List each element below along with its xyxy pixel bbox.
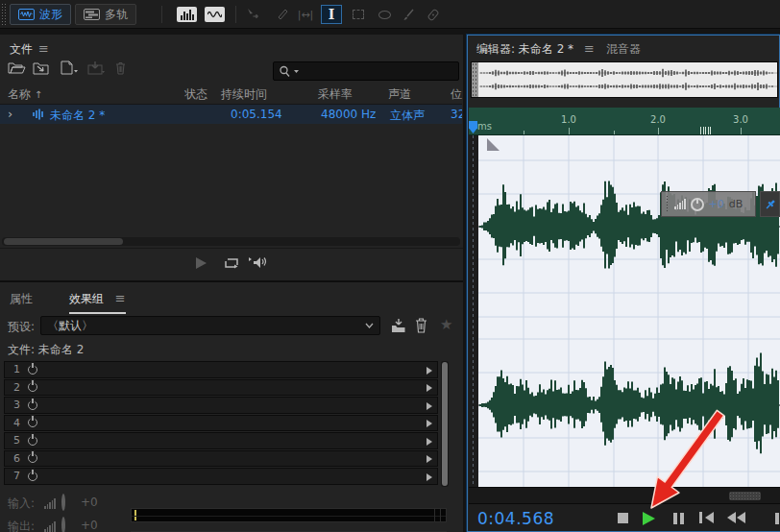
effect-slot-row[interactable]: 3 — [4, 397, 438, 414]
skip-to-start-button[interactable] — [699, 512, 714, 523]
scrollbar-thumb[interactable] — [729, 492, 761, 500]
import-file-icon[interactable] — [33, 60, 51, 75]
preset-label: 预设: — [8, 319, 35, 335]
row-expand-icon[interactable]: › — [8, 107, 12, 121]
move-tool-icon[interactable] — [242, 5, 263, 24]
time-selection-range-icon[interactable]: |↔| — [295, 5, 316, 24]
scrollbar-thumb[interactable] — [4, 238, 123, 245]
delete-file-icon[interactable] — [113, 60, 128, 75]
playhead-line[interactable] — [473, 135, 474, 487]
tab-properties[interactable]: 属性 — [10, 291, 33, 307]
paintbrush-icon[interactable] — [398, 5, 419, 24]
time-selection-ibeam-icon[interactable]: I — [321, 5, 342, 24]
effect-slot-arrow-icon[interactable] — [427, 384, 432, 392]
waveform-display-icon[interactable] — [205, 7, 225, 22]
play-button[interactable] — [643, 512, 655, 525]
effect-power-icon[interactable] — [28, 365, 37, 375]
slip-tool-icon[interactable] — [272, 5, 293, 24]
files-panel-menu-icon[interactable]: ≡ — [38, 41, 49, 56]
lasso-selection-icon[interactable] — [374, 5, 395, 24]
new-file-icon[interactable] — [60, 60, 79, 75]
timeline-ruler[interactable]: ms 1.02.03.0 — [469, 108, 780, 135]
save-preset-icon[interactable] — [390, 318, 408, 333]
effect-power-icon[interactable] — [28, 436, 37, 446]
effect-slot-row[interactable]: 4 — [4, 415, 438, 432]
scrollbar-thumb[interactable] — [442, 362, 448, 486]
overview-waveform — [472, 62, 777, 97]
favorite-star-icon[interactable]: ★ — [440, 316, 452, 333]
hud-level-icon — [674, 199, 686, 209]
effect-slot-arrow-icon[interactable] — [427, 473, 432, 481]
file-bit-depth: 32 — [451, 108, 462, 121]
volume-hud[interactable]: +0 dB — [661, 191, 756, 217]
effect-slot-list: 1234567 — [4, 361, 438, 486]
effect-slot-arrow-icon[interactable] — [427, 455, 432, 463]
tab-effects-rack[interactable]: 效果组 ≡ — [69, 291, 126, 314]
effects-vertical-scrollbar[interactable] — [441, 361, 449, 487]
playhead-marker[interactable] — [469, 121, 477, 133]
effect-slot-row[interactable]: 2 — [4, 379, 438, 397]
column-duration[interactable]: 持续时间 — [221, 86, 267, 103]
effect-slot-row[interactable]: 5 — [4, 432, 438, 449]
file-row[interactable]: › 未命名 2 * 0:05.154 48000 Hz 立体声 32 — [0, 105, 462, 124]
column-sample-rate[interactable]: 采样率 — [318, 86, 353, 103]
files-tab[interactable]: 文件 — [10, 41, 33, 58]
file-name: 未命名 2 * — [50, 108, 105, 124]
effect-slot-row[interactable]: 7 — [4, 468, 438, 485]
overview-handle[interactable] — [472, 62, 478, 97]
spectral-frequency-display-icon[interactable] — [177, 7, 197, 22]
effect-slot-arrow-icon[interactable] — [427, 420, 432, 427]
effect-slot-number: 3 — [11, 399, 20, 411]
save-file-icon[interactable] — [86, 60, 106, 75]
auto-play-speaker-icon[interactable] — [248, 254, 267, 271]
waveform-display[interactable]: +0 dB — [469, 135, 780, 487]
marquee-selection-icon[interactable] — [348, 5, 369, 24]
output-level-icon — [44, 521, 56, 532]
column-status[interactable]: 状态 — [184, 86, 207, 103]
output-gain-knob[interactable] — [61, 517, 65, 532]
editor-horizontal-scrollbar[interactable] — [469, 487, 780, 503]
editor-panel-menu-icon[interactable]: ≡ — [584, 41, 595, 56]
effect-slot-row[interactable]: 1 — [4, 361, 438, 378]
delete-preset-icon[interactable] — [414, 317, 428, 333]
rack-file-label: 文件: 未命名 2 — [8, 342, 84, 358]
preview-play-icon[interactable] — [196, 257, 207, 269]
effect-slot-arrow-icon[interactable] — [427, 438, 432, 446]
pause-button[interactable] — [673, 513, 687, 524]
time-display[interactable]: 0:04.568 — [477, 509, 554, 528]
hud-grip[interactable] — [666, 195, 670, 213]
stop-button[interactable] — [618, 513, 628, 523]
waveform-view-button[interactable]: 波形 — [10, 4, 71, 25]
effect-power-icon[interactable] — [28, 472, 37, 481]
rewind-button[interactable] — [727, 512, 745, 523]
files-horizontal-scrollbar[interactable] — [2, 237, 460, 246]
output-row: 输出: +0 — [0, 516, 463, 532]
ruler-cluster-tick — [700, 127, 701, 134]
toolbar-grip[interactable] — [1, 3, 6, 26]
search-input[interactable] — [273, 61, 459, 81]
loop-playback-icon[interactable] — [223, 255, 240, 271]
spot-healing-brush-icon[interactable] — [423, 5, 444, 24]
effect-power-icon[interactable] — [28, 453, 37, 463]
effect-slot-row[interactable]: 6 — [4, 450, 438, 468]
fast-forward-button[interactable] — [775, 513, 780, 524]
effects-panel-menu-icon[interactable]: ≡ — [115, 291, 126, 305]
effect-power-icon[interactable] — [28, 382, 37, 392]
effect-power-icon[interactable] — [28, 400, 37, 410]
effect-power-icon[interactable] — [28, 418, 37, 427]
column-name[interactable]: 名称 ↑ — [8, 86, 42, 103]
effect-slot-number: 7 — [11, 470, 20, 482]
hud-pin-button[interactable] — [760, 191, 780, 217]
effect-slot-arrow-icon[interactable] — [427, 402, 432, 410]
preset-dropdown[interactable]: 〈默认〉 — [40, 316, 380, 335]
multitrack-view-button[interactable]: 多轨 — [75, 4, 136, 25]
input-gain-knob[interactable] — [61, 494, 65, 511]
tab-mixer[interactable]: 混音器 — [606, 41, 641, 58]
effect-slot-arrow-icon[interactable] — [427, 367, 432, 375]
open-file-icon[interactable] — [8, 60, 26, 75]
overview-strip[interactable] — [471, 61, 778, 98]
file-channels: 立体声 — [390, 108, 425, 124]
column-channels[interactable]: 声道 — [388, 86, 411, 103]
column-bit-depth[interactable]: 位 — [451, 86, 462, 103]
hud-gain-knob[interactable] — [691, 198, 704, 211]
